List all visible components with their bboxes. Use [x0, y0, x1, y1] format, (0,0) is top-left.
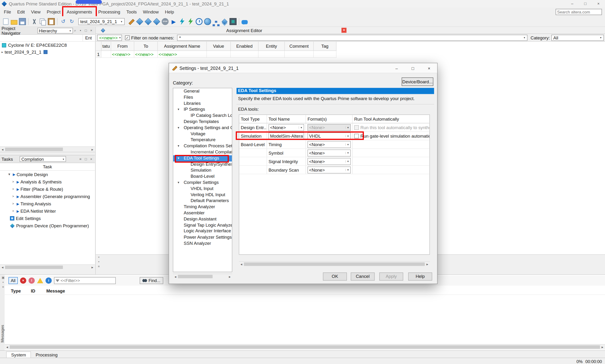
collapse-icon[interactable]: ▼ [177, 125, 180, 131]
tab-processing[interactable]: Processing [31, 352, 62, 358]
dialog-maximize-button[interactable]: □ [405, 63, 421, 73]
expand-icon[interactable]: > [11, 195, 16, 198]
open-file-icon[interactable] [11, 20, 17, 25]
column-header-from[interactable]: From [111, 41, 134, 51]
assignment-editor-icon[interactable] [128, 18, 135, 25]
expand-icon[interactable]: > [11, 180, 16, 183]
redo-icon[interactable]: ↻ [68, 18, 75, 25]
category-design-assistant[interactable]: Design Assistant [173, 216, 232, 222]
category-board-level[interactable]: Board-Level [173, 173, 232, 180]
expand-icon[interactable]: > [11, 187, 16, 191]
category-files[interactable]: Files [173, 94, 232, 101]
menu-tools[interactable]: Tools [123, 8, 140, 16]
task-analysis-synthesis[interactable]: > ▶ Analysis & Synthesis [0, 178, 95, 185]
category-design-templates[interactable]: Design Templates [173, 119, 232, 125]
menu-project[interactable]: Project [44, 8, 64, 16]
filter-checkbox[interactable]: ✓ [125, 35, 130, 40]
panel-close-icon[interactable]: × [89, 28, 93, 33]
device-tree-item[interactable]: Cyclone IV E: EP4CE6E22C8 [0, 41, 95, 48]
copy-icon[interactable] [40, 18, 46, 25]
menu-edit[interactable]: Edit [14, 8, 28, 16]
menu-processing[interactable]: Processing [95, 8, 123, 16]
errors-filter-icon[interactable]: × [20, 278, 26, 284]
messages-hscrollbar[interactable]: ◀ ▶ [5, 344, 605, 350]
start-compilation-icon[interactable]: ▶ [170, 18, 177, 25]
column-header[interactable] [96, 41, 101, 51]
signal-integrity-format-combo[interactable]: <None>▼ [307, 158, 351, 165]
category-logic-analyzer-interface[interactable]: Logic Analyzer Interface [173, 228, 232, 234]
category-general[interactable]: General [173, 88, 232, 94]
category-vhdl-input[interactable]: VHDL Input [173, 186, 232, 192]
menu-window[interactable]: Window [140, 8, 162, 16]
dock-menu-icon[interactable]: ≡ [98, 265, 100, 268]
hierarchy-viewer-icon[interactable] [215, 21, 217, 23]
category-ssn-analyzer[interactable]: SSN Analyzer [173, 241, 232, 247]
navigator-mode-combo[interactable]: Hierarchy ▼ [37, 28, 73, 34]
menu-help[interactable]: Help [162, 8, 177, 16]
column-header-value[interactable]: Value [207, 41, 231, 51]
close-dock-icon[interactable]: × [98, 256, 100, 259]
panel-pin-icon[interactable]: ▪ [78, 28, 82, 33]
column-header-entity[interactable]: Entity [259, 41, 285, 51]
pin-dock-icon[interactable]: ▪ [98, 260, 99, 264]
programmer-icon[interactable] [230, 18, 236, 25]
scroll-right-icon[interactable]: ▶ [600, 346, 605, 348]
search-input[interactable] [556, 9, 602, 15]
tool-name-combo[interactable]: <None>▼ [268, 124, 304, 131]
task-program-device[interactable]: Program Device (Open Programmer) [0, 222, 95, 229]
new-assignment-combo[interactable]: <<new>> ▼ [97, 35, 122, 41]
tasks-hscrollbar[interactable]: ◀ ▶ [0, 264, 95, 270]
scroll-left-icon[interactable]: ◀ [0, 266, 5, 269]
category-hscrollbar[interactable]: ◀ ▶ [173, 273, 232, 279]
scroll-right-icon[interactable]: ▶ [90, 266, 95, 269]
warnings-filter-icon[interactable] [37, 278, 43, 283]
scroll-right-icon[interactable]: ▶ [227, 275, 232, 278]
new-file-icon[interactable] [3, 18, 9, 25]
value-cell[interactable] [207, 51, 231, 58]
scroll-thumb[interactable] [178, 275, 213, 278]
task-eda-netlist-writer[interactable]: > ▶ EDA Netlist Writer [0, 207, 95, 215]
category-timing-analyzer[interactable]: Timing Analyzer [173, 204, 232, 210]
tab-system[interactable]: System [6, 351, 31, 358]
tree-arrow-icon[interactable]: ▸ [0, 50, 5, 54]
entity-cell[interactable] [259, 51, 285, 58]
dialog-minimize-button[interactable]: – [388, 63, 405, 73]
comment-cell[interactable] [285, 51, 314, 58]
panel-float-icon[interactable]: □ [84, 28, 88, 33]
partition-planner-icon[interactable] [222, 18, 228, 24]
undo-icon[interactable]: ↺ [60, 18, 67, 25]
message-filter-box[interactable] [54, 277, 116, 284]
column-header-enabled[interactable]: Enabled [231, 41, 259, 51]
task-fitter[interactable]: > ▶ Fitter (Place & Route) [0, 185, 95, 193]
type-column-header[interactable]: Type [11, 289, 21, 293]
maximize-button[interactable]: □ [579, 0, 592, 8]
scroll-left-icon[interactable]: ◀ [239, 263, 244, 265]
scroll-thumb[interactable] [5, 266, 63, 269]
minimize-button[interactable]: – [565, 0, 579, 8]
category-compilation-process[interactable]: ▼Compilation Process Setting [173, 143, 232, 149]
category-voltage[interactable]: Voltage [173, 131, 232, 137]
find-button[interactable]: Find... [140, 277, 163, 284]
category-simulation[interactable]: Simulation [173, 167, 232, 173]
current-project-combo[interactable]: test_2024_9_21_1 ▼ [78, 18, 124, 25]
task-flow-combo[interactable]: Compilation ▼ [20, 156, 66, 162]
category-temperature[interactable]: Temperature [173, 137, 232, 143]
analysis-synthesis-icon[interactable] [179, 18, 186, 25]
task-assembler[interactable]: > ▶ Assembler (Generate programming [0, 193, 95, 200]
navigator-hscrollbar[interactable]: ◀ ▶ [0, 146, 95, 152]
category-operating-settings[interactable]: ▼Operating Settings and Cond [173, 125, 232, 131]
scroll-left-icon[interactable]: ◀ [0, 148, 5, 151]
collapse-icon[interactable]: ▼ [177, 143, 180, 149]
from-cell[interactable]: <<new>> [111, 51, 134, 58]
design-partition-icon[interactable] [153, 18, 160, 25]
close-editor-icon[interactable]: × [342, 28, 346, 33]
chip-planner-icon[interactable] [145, 18, 152, 25]
dialog-close-button[interactable]: × [421, 63, 437, 73]
tag-cell[interactable] [314, 51, 336, 58]
timing-analyzer-icon[interactable] [196, 18, 203, 25]
scroll-right-icon[interactable]: ▶ [425, 263, 430, 265]
panel-menu-icon[interactable]: ≡ [78, 157, 82, 161]
device-board-button[interactable]: Device/Board... [402, 78, 433, 86]
column-header-comment[interactable]: Comment [285, 41, 314, 51]
category-ip-catalog-search-location[interactable]: IP Catalog Search Location [173, 113, 232, 119]
